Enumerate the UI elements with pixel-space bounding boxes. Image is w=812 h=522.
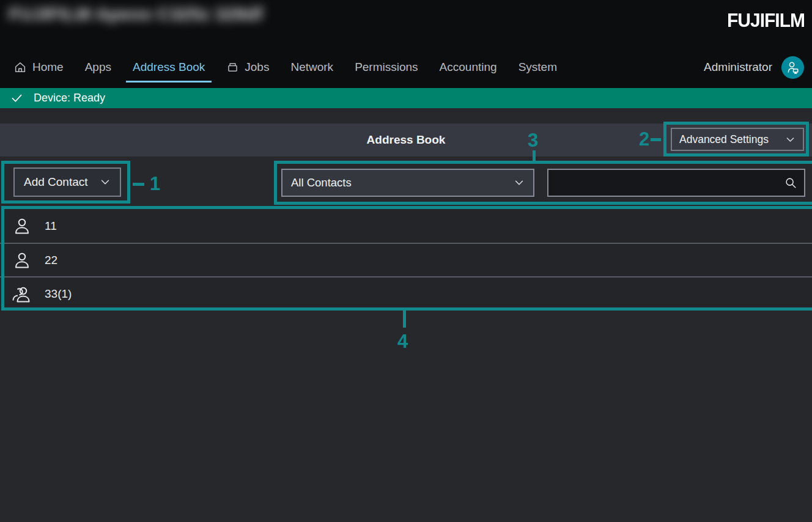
add-contact-dropdown-button[interactable]: Add Contact bbox=[13, 167, 121, 197]
person-icon bbox=[11, 216, 33, 236]
tab-apps[interactable]: Apps bbox=[85, 51, 111, 83]
group-icon bbox=[11, 284, 33, 304]
filter-selected-value: All Contacts bbox=[291, 176, 352, 189]
fujifilm-logo: FUJIFILM bbox=[727, 9, 805, 31]
tab-label: System bbox=[519, 61, 557, 74]
tab-label: Jobs bbox=[245, 61, 269, 74]
tab-jobs[interactable]: Jobs bbox=[226, 51, 269, 83]
administrator-avatar-icon[interactable] bbox=[781, 56, 804, 79]
top-header: FUJIFILM Apeos C325z 328df FUJIFILM Home… bbox=[0, 0, 812, 88]
person-icon bbox=[11, 251, 33, 270]
contact-name: 11 bbox=[45, 219, 57, 233]
tab-label: Home bbox=[32, 61, 64, 74]
tab-label: Network bbox=[290, 61, 333, 74]
annotation-connector-1 bbox=[133, 183, 144, 186]
contacts-search-field bbox=[547, 169, 805, 197]
home-icon bbox=[13, 61, 27, 74]
tab-label: Permissions bbox=[355, 61, 418, 74]
contact-row[interactable]: 11 bbox=[0, 209, 812, 243]
annotation-number-1: 1 bbox=[150, 174, 160, 193]
contact-name: 33(1) bbox=[45, 287, 72, 301]
contact-row[interactable]: 33(1) bbox=[0, 276, 812, 310]
contacts-filter-select[interactable]: All Contacts bbox=[281, 169, 534, 197]
user-name-label: Administrator bbox=[704, 61, 772, 74]
tab-network[interactable]: Network bbox=[290, 51, 333, 83]
printer-icon bbox=[226, 61, 239, 74]
annotation-number-4: 4 bbox=[397, 332, 408, 351]
tab-system[interactable]: System bbox=[519, 51, 557, 83]
tab-home[interactable]: Home bbox=[13, 51, 64, 83]
tab-label: Apps bbox=[85, 61, 111, 74]
contact-row[interactable]: 22 bbox=[0, 243, 812, 276]
tab-accounting[interactable]: Accounting bbox=[440, 51, 497, 83]
checkmark-icon bbox=[10, 92, 23, 105]
device-status-text: Device: Ready bbox=[34, 92, 105, 105]
add-contact-label: Add Contact bbox=[24, 175, 88, 189]
device-status-bar[interactable]: Device: Ready bbox=[0, 88, 812, 108]
contact-name: 22 bbox=[45, 254, 57, 267]
chevron-down-icon bbox=[514, 177, 525, 188]
search-icon[interactable] bbox=[784, 176, 804, 189]
device-model-name-blurred: FUJIFILM Apeos C325z 328df bbox=[9, 4, 263, 24]
advanced-settings-label: Advanced Settings bbox=[679, 133, 769, 146]
annotation-connector-4 bbox=[403, 311, 406, 328]
contact-list: 11 22 33(1) bbox=[0, 209, 812, 310]
tab-label: Accounting bbox=[440, 61, 497, 74]
tab-address-book[interactable]: Address Book bbox=[133, 51, 205, 83]
search-input[interactable] bbox=[548, 170, 784, 196]
user-menu[interactable]: Administrator bbox=[704, 56, 812, 79]
tab-permissions[interactable]: Permissions bbox=[355, 51, 418, 83]
main-navigation: Home Apps Address Book Jobs Network Perm… bbox=[0, 51, 812, 83]
chevron-down-icon bbox=[100, 177, 111, 188]
tab-label: Address Book bbox=[133, 61, 205, 74]
chevron-down-icon bbox=[785, 134, 795, 145]
advanced-settings-dropdown[interactable]: Advanced Settings bbox=[671, 128, 804, 151]
